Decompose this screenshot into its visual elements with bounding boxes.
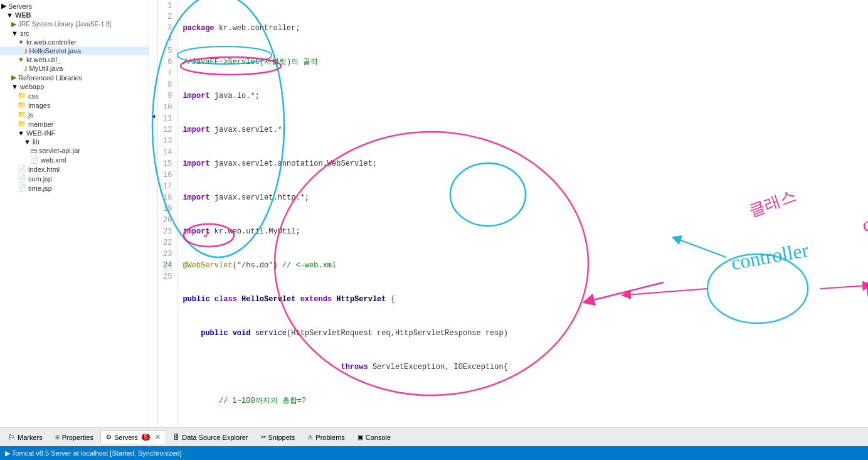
servers-tab-close[interactable]: ✕ [155, 433, 161, 441]
servers-tab-icon: ⚙ [106, 434, 112, 441]
line-num-6: 6 [163, 56, 172, 68]
webxml-icon: 📄 [30, 156, 39, 164]
line-numbers: 1 2 3 4 5 6 7 8 9 10 11 12 13 14 [158, 0, 177, 427]
sidebar-item-controller[interactable]: ▼ kr.web.controller [0, 38, 149, 46]
sidebar-label-reflibs: Referenced Libraries [18, 74, 82, 82]
code-line-8: @WebServlet("/hs.do") // <-web.xml [183, 260, 863, 271]
sidebar-label-krwebutil: kr.web.util_ [26, 56, 61, 63]
sidebar-item-timejsp[interactable]: 📄 time.jsp [0, 183, 149, 193]
code-line-7: import kr.web.util.MyUtil; [183, 226, 863, 237]
line-num-2: 2 [163, 11, 172, 23]
line-num-21: 21 [163, 226, 172, 237]
sidebar-item-js[interactable]: 📁 js [0, 110, 149, 119]
src-icon: ▼ [11, 29, 18, 37]
line-num-8: 8 [163, 79, 172, 90]
code-line-3: import java.io.*; [183, 90, 863, 102]
servletapi-icon: 🗃 [30, 147, 37, 154]
sidebar-label-sumjsp: sum.jsp [28, 175, 52, 183]
sidebar-label-webinf: WEB-INF [26, 129, 55, 137]
sidebar-item-reflibs[interactable]: ▶ Referenced Libraries [0, 73, 149, 82]
sidebar-item-web[interactable]: ▼ WEB [0, 11, 149, 19]
code-line-1: package kr.web.controller; [183, 23, 863, 34]
line-num-11: 11 [163, 113, 172, 124]
servers-tab-badge: 5 [142, 434, 151, 441]
sidebar-label-webxml: web.xml [41, 156, 66, 164]
code-lines: package kr.web.controller; //JavaEE->Ser… [177, 0, 868, 427]
tab-datasource[interactable]: 🗄 Data Source Explorer [167, 431, 253, 444]
reflibs-icon: ▶ [11, 73, 16, 82]
web-icon: ▼ [6, 11, 13, 19]
sidebar-label-servers: Servers [8, 3, 32, 10]
tab-properties[interactable]: ≡ Properties [50, 431, 99, 444]
line-num-13: 13 [163, 136, 172, 147]
gutter: ◀ [149, 0, 158, 427]
krwebutil-icon: ▼ [18, 56, 24, 63]
line-num-23: 23 [163, 249, 172, 260]
properties-icon: ≡ [55, 433, 60, 442]
lib-icon: ▼ [24, 138, 31, 146]
sidebar-item-myutil[interactable]: J MyUtil.java [0, 64, 149, 73]
line-num-15: 15 [163, 158, 172, 169]
datasource-icon: 🗄 [173, 434, 179, 441]
line-num-19: 19 [163, 203, 172, 215]
line-num-4: 4 [163, 34, 172, 45]
code-line-9: public class HelloServlet extends HttpSe… [183, 294, 863, 305]
sidebar-item-sumjsp[interactable]: 📄 sum.jsp [0, 174, 149, 183]
status-text: ▶ Tomcat v8.5 Server at localhost [Start… [5, 449, 182, 457]
sidebar-label-css: css [28, 92, 39, 100]
sidebar-item-webxml[interactable]: 📄 web.xml [0, 155, 149, 164]
sidebar-item-servers[interactable]: ▶ Servers [0, 1, 149, 11]
member-icon: 📁 [18, 120, 26, 128]
line-num-22: 22 [163, 237, 172, 249]
tab-snippets[interactable]: ✂ Snippets [255, 431, 301, 444]
sidebar-item-lib[interactable]: ▼ lib [0, 137, 149, 146]
line-num-18: 18 [163, 192, 172, 203]
code-line-2: //JavaEE->Servlet(서블릿)의 골격 [183, 56, 863, 68]
sidebar-label-webapp: webapp [20, 83, 45, 90]
webinf-icon: ▼ [18, 129, 24, 137]
problems-label: Problems [315, 434, 344, 441]
tab-markers[interactable]: ⚐ Markers [3, 431, 48, 444]
console-label: Console [366, 434, 391, 441]
sidebar-label-src: src [20, 29, 29, 37]
problems-icon: ⚠ [307, 434, 313, 441]
controller-icon: ▼ [18, 38, 24, 46]
sidebar-item-webapp[interactable]: ▼ webapp [0, 82, 149, 91]
line-num-25: 25 [163, 271, 172, 282]
sidebar-item-css[interactable]: 📁 css [0, 91, 149, 100]
tab-servers[interactable]: ⚙ Servers 5 ✕ [100, 431, 166, 444]
content-area: ▶ Servers ▼ WEB ▶ JRE System Library [Ja… [0, 0, 868, 427]
line-num-7: 7 [163, 68, 172, 79]
sidebar-item-jre[interactable]: ▶ JRE System Library [JavaSE-1.8] [0, 19, 149, 29]
line-num-1: 1 [163, 0, 172, 11]
snippets-label: Snippets [268, 434, 295, 441]
sidebar-item-images[interactable]: 📁 images [0, 100, 149, 110]
editor-wrapper: ◀ 1 2 3 4 5 6 7 8 9 10 [149, 0, 868, 427]
sidebar-item-krwebutil[interactable]: ▼ kr.web.util_ [0, 55, 149, 64]
tab-problems[interactable]: ⚠ Problems [302, 431, 350, 444]
js-icon: 📁 [18, 110, 26, 119]
sidebar-label-web: WEB [15, 11, 31, 19]
sidebar-label-myutil: MyUtil.java [29, 65, 63, 72]
sidebar-item-member[interactable]: 📁 member [0, 119, 149, 129]
timejsp-icon: 📄 [18, 184, 26, 192]
images-icon: 📁 [18, 101, 26, 109]
sidebar-label-servletapi: servlet-api.jar [39, 147, 80, 154]
myutil-icon: J [24, 65, 28, 72]
sidebar-item-helloservlet[interactable]: J HelloServlet.java [0, 46, 149, 55]
servers-tab-label: Servers [114, 434, 138, 441]
code-container: ◀ 1 2 3 4 5 6 7 8 9 10 [149, 0, 868, 427]
line-num-12: 12 [163, 124, 172, 136]
sidebar-label-jre: JRE System Library [JavaSE-1.8] [18, 21, 111, 28]
code-line-12: // 1~100까지의 총합=? [183, 395, 863, 407]
sidebar-item-src[interactable]: ▼ src [0, 29, 149, 38]
tab-console[interactable]: ▣ Console [352, 431, 396, 444]
sidebar-item-servletapi[interactable]: 🗃 servlet-api.jar [0, 146, 149, 155]
code-line-10: public void service(HttpServletRequest r… [183, 328, 863, 339]
line-num-16: 16 [163, 169, 172, 181]
code-line-11: throws ServletException, IOException{ [183, 361, 863, 373]
line-num-3: 3 [163, 23, 172, 34]
editor-area[interactable]: ◀ 1 2 3 4 5 6 7 8 9 10 [149, 0, 868, 427]
sidebar-item-indexhtml[interactable]: 📄 index.html [0, 164, 149, 174]
sidebar-item-webinf[interactable]: ▼ WEB-INF [0, 129, 149, 137]
